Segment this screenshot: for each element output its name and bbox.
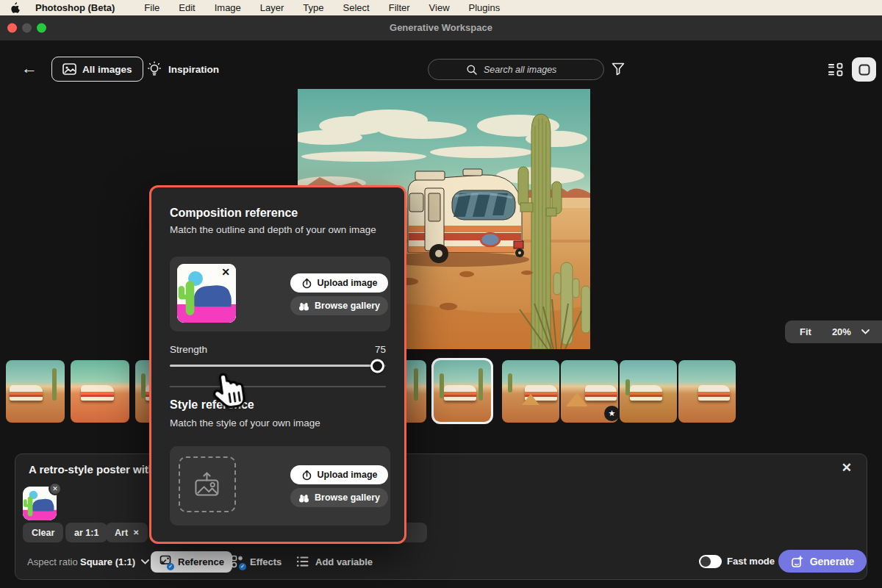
composition-reference-title: Composition reference <box>170 207 298 220</box>
style-reference-subtitle: Match the style of your own image <box>170 417 320 429</box>
back-button[interactable]: ← <box>19 59 40 79</box>
menu-type[interactable]: Type <box>303 2 323 13</box>
lightbulb-icon <box>147 61 162 77</box>
star-badge[interactable]: ★ <box>604 406 620 421</box>
composition-upload-button[interactable]: Upload image <box>290 273 388 293</box>
chip-clear[interactable]: Clear <box>23 523 63 542</box>
remove-composition-icon[interactable]: ✕ <box>221 266 230 278</box>
generate-button[interactable]: Generate <box>778 550 867 573</box>
upload-icon <box>301 278 312 289</box>
composition-browse-button[interactable]: Browse gallery <box>290 296 388 315</box>
menu-plugins[interactable]: Plugins <box>469 2 501 13</box>
upload-image-label: Upload image <box>318 278 378 288</box>
thumbnail-art <box>434 360 491 422</box>
add-variable-label: Add variable <box>315 556 373 567</box>
list-view-icon[interactable] <box>828 61 844 77</box>
slider-knob[interactable] <box>370 359 384 373</box>
add-variable-button[interactable]: Add variable <box>296 551 373 573</box>
remove-chip-icon[interactable]: ✕ <box>133 528 139 537</box>
prompt-text[interactable]: A retro-style poster with <box>29 463 155 476</box>
divider <box>170 386 386 387</box>
chip-label: Clear <box>32 528 54 538</box>
add-variable-icon <box>296 555 309 568</box>
prompt-reference-thumbnail[interactable]: ✕ <box>23 487 57 520</box>
menu-bar: Photoshop (Beta) File Edit Image Layer T… <box>0 0 882 15</box>
zoom-control[interactable]: Fit 20% <box>785 320 882 343</box>
chip-label: Art <box>115 528 128 538</box>
search-bar[interactable] <box>428 59 604 80</box>
effects-button[interactable]: ✓ Effects <box>231 551 282 573</box>
thumbnail-7[interactable] <box>620 360 677 423</box>
search-input[interactable] <box>484 65 566 75</box>
tab-all-images[interactable]: All images <box>51 57 143 82</box>
menu-filter[interactable]: Filter <box>389 2 410 13</box>
app-name[interactable]: Photoshop (Beta) <box>35 2 115 13</box>
chevron-down-icon <box>141 559 149 564</box>
style-browse-button[interactable]: Browse gallery <box>290 488 388 507</box>
style-card: Upload image Browse gallery <box>170 446 390 526</box>
browse-gallery-label: Browse gallery <box>315 492 380 503</box>
title-bar: Generative Workspace <box>0 15 882 40</box>
chip-aspect-ratio[interactable]: ar 1:1 <box>65 523 107 542</box>
strength-slider[interactable] <box>170 365 386 367</box>
search-icon <box>466 64 478 76</box>
remove-reference-icon[interactable]: ✕ <box>49 482 62 495</box>
chevron-down-icon <box>861 329 870 334</box>
aspect-ratio-value: Square (1:1) <box>80 556 135 567</box>
reference-icon: ✓ <box>159 555 172 568</box>
filter-funnel-icon[interactable] <box>611 62 625 76</box>
check-badge: ✓ <box>167 563 174 570</box>
upload-image-label: Upload image <box>318 470 378 480</box>
check-badge: ✓ <box>239 563 246 570</box>
strength-label: Strength <box>170 344 207 355</box>
image-upload-icon <box>193 470 222 498</box>
close-icon[interactable]: ✕ <box>842 460 852 476</box>
fast-mode-label: Fast mode <box>727 556 775 567</box>
zoom-level: 20% <box>811 326 851 337</box>
composition-thumbnail[interactable]: ✕ <box>177 264 236 323</box>
menu-layer[interactable]: Layer <box>260 2 284 13</box>
menu-edit[interactable]: Edit <box>179 2 195 13</box>
menu-file[interactable]: File <box>144 2 159 13</box>
generate-icon <box>791 555 804 568</box>
fit-label[interactable]: Fit <box>785 326 811 337</box>
prompt-panel: A retro-style poster with ✕ ✕ Clear ar 1… <box>15 453 867 580</box>
window-title: Generative Workspace <box>0 15 882 40</box>
composition-card: ✕ Upload image Browse gallery <box>170 257 390 331</box>
aspect-ratio-label: Aspect ratio <box>27 556 78 567</box>
thumbnail-5[interactable] <box>502 360 559 423</box>
thumbnail-art <box>6 360 65 423</box>
app-window: Photoshop (Beta) File Edit Image Layer T… <box>0 0 882 588</box>
menu-view[interactable]: View <box>429 2 450 13</box>
thumbnail-art <box>71 360 129 423</box>
aspect-ratio-select[interactable]: Square (1:1) <box>80 556 149 567</box>
reference-label: Reference <box>178 556 224 567</box>
effects-icon: ✓ <box>231 555 244 568</box>
grid-view-button[interactable] <box>852 57 876 82</box>
reference-button[interactable]: ✓ Reference <box>151 551 232 573</box>
style-upload-button[interactable]: Upload image <box>290 465 388 484</box>
thumbnail-8[interactable] <box>678 360 736 423</box>
binoculars-icon <box>298 301 309 312</box>
menu-image[interactable]: Image <box>215 2 241 13</box>
thumbnail-1[interactable] <box>6 360 65 423</box>
style-upload-placeholder[interactable] <box>179 456 236 512</box>
effects-label: Effects <box>250 556 282 567</box>
composition-reference-subtitle: Match the outline and depth of your own … <box>170 224 376 235</box>
thumbnail-2[interactable] <box>71 360 129 423</box>
fast-mode-toggle[interactable] <box>699 555 722 568</box>
thumbnail-selected[interactable] <box>431 358 493 424</box>
strength-value: 75 <box>375 344 386 355</box>
square-view-icon <box>858 64 870 76</box>
thumbnail-art <box>620 360 677 423</box>
thumbnail-art <box>678 360 736 423</box>
browse-gallery-label: Browse gallery <box>315 301 380 311</box>
thumbnail-art <box>502 360 559 423</box>
apple-icon[interactable] <box>10 2 21 14</box>
generate-label: Generate <box>810 556 855 567</box>
menu-select[interactable]: Select <box>343 2 370 13</box>
chip-label: ar 1:1 <box>74 528 98 538</box>
chip-art[interactable]: Art✕ <box>106 523 148 542</box>
upload-icon <box>301 470 312 481</box>
tab-inspiration[interactable]: Inspiration <box>147 57 219 82</box>
